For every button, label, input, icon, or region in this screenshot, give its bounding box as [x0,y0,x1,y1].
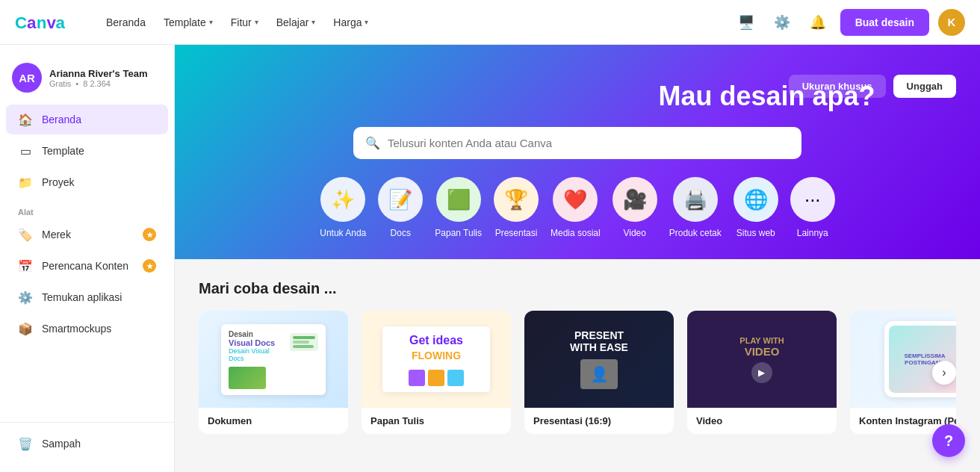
sidebar-item-merek[interactable]: 🏷️ Merek ★ [6,220,168,249]
sidebar-item-sampah[interactable]: 🗑️ Sampah [6,429,168,459]
svg-text:n: n [37,13,47,32]
situs-web-icon: 🌐 [734,177,778,222]
sidebar-item-label: Smartmockups [42,323,111,335]
topnav-right: 🖥️ ⚙️ 🔔 Buat desain K [733,9,965,36]
sidebar-item-temukan[interactable]: ⚙️ Temukan aplikasi [6,282,168,312]
category-lainnya[interactable]: ··· Lainnya [790,177,835,238]
upload-button[interactable]: Unggah [893,75,956,98]
sidebar-item-proyek[interactable]: 📁 Proyek [6,167,168,197]
user-name: Arianna River's Team [49,68,147,79]
category-label: Situs web [736,228,775,238]
design-card-dokumen[interactable]: Desain Visual Docs Desain Visual Docs [199,311,348,434]
next-arrow-button[interactable]: › [932,361,956,385]
custom-size-button[interactable]: Ukuran khusus [789,75,886,98]
design-section-title: Mari coba desain ... [199,280,956,297]
category-label: Untuk Anda [320,228,366,238]
design-card-presentasi[interactable]: PRESENTWITH EASE 👤 Presentasi (16:9) [524,311,674,434]
apps-icon: ⚙️ [18,290,33,305]
lainnya-icon: ··· [790,177,835,222]
sidebar-nav: 🏠 Beranda ▭ Template 📁 Proyek Alat 🏷️ Me… [0,105,174,416]
main-content: Mau desain apa? Ukuran khusus Unggah 🔍 ✨… [175,45,980,472]
category-presentasi[interactable]: 🏆 Presentasi [494,177,539,238]
search-input[interactable] [388,137,790,149]
design-card-papan-tulis[interactable]: Get ideas FLOWING Papan Tulis [362,311,511,434]
category-produk-cetak[interactable]: 🖨️ Produk cetak [669,177,722,238]
media-sosial-icon: ❤️ [553,177,598,222]
docs-icon: 📝 [378,177,423,222]
display-icon[interactable]: 🖥️ [733,9,760,36]
user-avatar[interactable]: K [938,9,965,36]
produk-cetak-icon: 🖨️ [673,177,718,222]
card-label: Dokumen [199,408,348,434]
sidebar-item-beranda[interactable]: 🏠 Beranda [6,105,168,134]
category-media-sosial[interactable]: ❤️ Media sosial [551,177,601,238]
doc-preview: Desain Visual Docs Desain Visual Docs [221,324,326,395]
sidebar-item-label: Beranda [42,114,81,125]
card-label: Video [687,408,837,434]
canva-logo[interactable]: C a n v a [15,10,75,34]
category-label: Lainnya [797,228,828,238]
topnav: C a n v a Beranda Template▾ Fitur▾ Belaj… [0,0,980,45]
nav-template[interactable]: Template▾ [156,12,220,33]
sidebar-item-smartmockups[interactable]: 📦 Smartmockups [6,314,168,344]
calendar-icon: 📅 [18,258,33,273]
chevron-icon: ▾ [365,18,368,26]
category-situs-web[interactable]: 🌐 Situs web [734,177,778,238]
search-bar[interactable]: 🔍 [353,127,801,159]
folder-icon: 📁 [18,175,33,190]
card-thumbnail: PLAY WITH VIDEO ▶ [687,311,837,408]
nav-beranda[interactable]: Beranda [99,12,153,33]
sidebar-user[interactable]: AR Arianna River's Team Gratis • 8 2.364 [0,57,174,105]
sidebar-item-label: Perencana Konten [42,260,128,272]
nav-belajar[interactable]: Belajar▾ [269,12,323,33]
category-video[interactable]: 🎥 Video [612,177,657,238]
category-papan-tulis[interactable]: 🟩 Papan Tulis [435,177,482,238]
brand-icon: 🏷️ [18,227,33,242]
pro-badge: ★ [143,259,156,273]
category-untuk-anda[interactable]: ✨ Untuk Anda [320,177,366,238]
template-icon: ▭ [18,143,33,158]
notifications-icon[interactable]: 🔔 [804,9,831,36]
chevron-icon: ▾ [255,18,258,26]
home-icon: 🏠 [18,112,33,127]
sidebar-bottom: 🗑️ Sampah [0,422,174,460]
category-label: Papan Tulis [435,228,482,238]
sidebar-item-label: Merek [42,229,71,240]
card-thumbnail: PRESENTWITH EASE 👤 [524,311,674,408]
search-icon: 🔍 [365,136,380,150]
svg-text:v: v [46,13,56,32]
design-section: Mari coba desain ... Desain Visual Docs [175,259,980,449]
card-thumbnail: Desain Visual Docs Desain Visual Docs [199,311,348,408]
nav-harga[interactable]: Harga▾ [326,12,376,33]
sidebar-item-perencana[interactable]: 📅 Perencana Konten ★ [6,251,168,281]
card-label: Papan Tulis [362,408,511,434]
nav-links: Beranda Template▾ Fitur▾ Belajar▾ Harga▾ [99,12,715,33]
play-icon: ▶ [751,362,772,383]
hero-action-buttons: Ukuran khusus Unggah [789,75,956,98]
category-label: Video [623,228,645,238]
hero-header: Mau desain apa? Ukuran khusus Unggah [199,75,956,127]
settings-icon[interactable]: ⚙️ [769,9,796,36]
sidebar-item-label: Temukan aplikasi [42,291,122,303]
video-icon: 🎥 [612,177,657,222]
svg-text:a: a [27,13,37,32]
sidebar-item-template[interactable]: ▭ Template [6,136,168,166]
tools-section-label: Alat [0,199,174,220]
nav-fitur[interactable]: Fitur▾ [223,12,266,33]
card-thumbnail: Get ideas FLOWING [362,311,511,408]
category-label: Media sosial [551,228,601,238]
help-button[interactable]: ? [932,424,965,457]
whiteboard-icon: 🟩 [436,177,481,222]
mockup-icon: 📦 [18,321,33,336]
presentasi-icon: 🏆 [494,177,539,222]
create-design-button[interactable]: Buat desain [840,9,929,36]
design-cards-container: Desain Visual Docs Desain Visual Docs [199,311,956,434]
untuk-anda-icon: ✨ [320,177,365,222]
category-label: Presentasi [495,228,538,238]
sidebar: AR Arianna River's Team Gratis • 8 2.364… [0,45,175,472]
svg-text:C: C [15,13,27,32]
chevron-icon: ▾ [209,18,213,26]
category-label: Produk cetak [669,228,722,238]
design-card-video[interactable]: PLAY WITH VIDEO ▶ Video [687,311,837,434]
category-docs[interactable]: 📝 Docs [378,177,423,238]
